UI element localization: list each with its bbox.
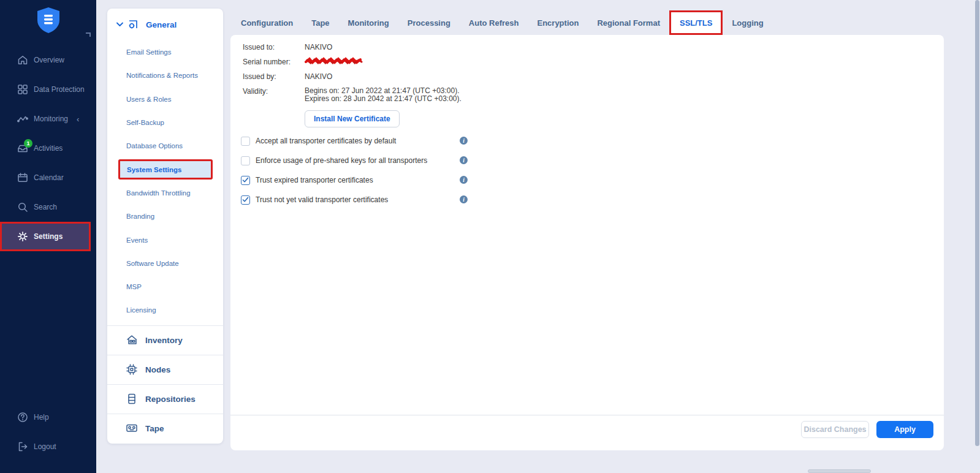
sidebar-item-label: Activities (34, 144, 63, 153)
logout-icon (17, 441, 28, 452)
validity-label: Validity: (243, 87, 305, 103)
settings-section-label: General (146, 20, 177, 29)
tab-configuration[interactable]: Configuration (230, 18, 302, 28)
tab-monitoring[interactable]: Monitoring (339, 18, 398, 28)
settings-section-label: Inventory (145, 336, 183, 345)
settings-nav-item-label: Notifications & Reports (126, 72, 198, 79)
nakivo-settings-page: { "colors": { "accent_blue": "#1565d8", … (0, 0, 980, 473)
panel-footer: Discard Changes Apply (230, 415, 944, 438)
gear-icon (17, 231, 28, 242)
settings-nav-item-licensing[interactable]: Licensing (107, 298, 223, 322)
tab-regional-format[interactable]: Regional Format (588, 18, 669, 28)
help-icon (17, 412, 28, 423)
sidebar-item-data-protection[interactable]: Data Protection (0, 75, 96, 104)
settings-tab-bar: ConfigurationTapeMonitoringProcessingAut… (230, 10, 773, 35)
inbox-icon: 1 (17, 143, 28, 154)
option-row-1: Accept all transporter certificates by d… (241, 136, 396, 146)
info-icon[interactable]: i (460, 137, 468, 145)
search-icon (17, 202, 28, 213)
option-label: Enforce usage of pre-shared keys for all… (256, 156, 427, 165)
issued-to-label: Issued to: (243, 43, 305, 51)
settings-section-general[interactable]: General (107, 9, 223, 40)
sidebar-item-help[interactable]: Help (0, 403, 96, 432)
activities-count-badge: 1 (24, 139, 32, 148)
sidebar-item-search[interactable]: Search (0, 192, 96, 222)
settings-nav-item-label: Database Options (126, 142, 183, 149)
settings-section-repositories[interactable]: Repositories (107, 384, 223, 414)
vertical-scrollbar[interactable] (975, 0, 979, 446)
checkbox-checked[interactable] (241, 176, 250, 185)
cert-serial-row: Serial number: (243, 58, 363, 70)
settings-nav-item-label: Email Settings (126, 48, 172, 56)
sidebar-item-activities[interactable]: 1Activities (0, 134, 96, 163)
checkbox-checked[interactable] (241, 195, 250, 205)
info-icon[interactable]: i (460, 176, 468, 184)
validity-expires-line: Expires on: 28 Jun 2042 at 21:47 (UTC +0… (305, 95, 462, 103)
apply-button[interactable]: Apply (876, 421, 933, 438)
sidebar-item-overview[interactable]: Overview (0, 45, 96, 75)
settings-nav-item-system-settings[interactable]: System Settings (107, 157, 223, 181)
option-label: Accept all transporter certificates by d… (256, 137, 396, 145)
settings-nav-item-label: Events (126, 236, 148, 244)
horizontal-scrollbar[interactable] (808, 469, 871, 473)
settings-section-tape[interactable]: Tape (107, 414, 223, 443)
tab-encryption[interactable]: Encryption (528, 18, 588, 28)
option-label: Trust expired transporter certificates (256, 176, 373, 184)
settings-nav-item-users-roles[interactable]: Users & Roles (107, 88, 223, 111)
sidebar-item-label: Logout (34, 442, 56, 451)
tab-auto-refresh[interactable]: Auto Refresh (460, 18, 528, 28)
app-logo[interactable] (0, 7, 96, 33)
settings-section-nodes[interactable]: Nodes (107, 355, 223, 384)
settings-nav-item-branding[interactable]: Branding (107, 205, 223, 228)
sidebar-item-label: Calendar (34, 173, 64, 182)
sidebar-nav: OverviewData ProtectionMonitoring‹1Activ… (0, 45, 96, 251)
tab-logging[interactable]: Logging (723, 18, 772, 28)
info-icon[interactable]: i (460, 195, 468, 203)
general-subitems: Email SettingsNotifications & ReportsUse… (107, 40, 223, 322)
sidebar-item-calendar[interactable]: Calendar (0, 163, 96, 192)
calendar-icon (17, 172, 28, 183)
option-row-3: Trust expired transporter certificates (241, 175, 373, 185)
settings-nav-item-events[interactable]: Events (107, 228, 223, 251)
tab-tape[interactable]: Tape (302, 18, 338, 28)
checkbox-unchecked[interactable] (241, 137, 250, 146)
tape-icon (126, 422, 138, 434)
general-icon (127, 19, 139, 31)
settings-nav-card: General Email SettingsNotifications & Re… (107, 9, 223, 444)
collapse-corner-icon[interactable] (86, 32, 91, 37)
sidebar-footer-nav: HelpLogout (0, 403, 96, 461)
chevron-left-icon[interactable]: ‹ (77, 115, 79, 124)
settings-nav-item-bandwidth-throttling[interactable]: Bandwidth Throttling (107, 181, 223, 205)
tab-ssl-tls[interactable]: SSL/TLS (669, 10, 723, 35)
tab-processing[interactable]: Processing (398, 18, 460, 28)
settings-nav-item-notifications-reports[interactable]: Notifications & Reports (107, 64, 223, 87)
issued-to-value: NAKIVO (305, 43, 332, 51)
sidebar-item-settings[interactable]: Settings (0, 222, 91, 251)
settings-nav-item-label: Licensing (126, 306, 156, 314)
nodes-icon (126, 363, 138, 376)
settings-nav-item-label: Branding (126, 213, 154, 220)
sidebar-item-monitoring[interactable]: Monitoring‹ (0, 104, 96, 134)
settings-nav-item-database-options[interactable]: Database Options (107, 134, 223, 157)
settings-nav-item-label: Self-Backup (126, 119, 164, 126)
settings-nav-item-self-backup[interactable]: Self-Backup (107, 111, 223, 134)
sidebar-item-label: Monitoring (34, 115, 68, 123)
checkbox-unchecked[interactable] (241, 156, 250, 165)
settings-section-label: Repositories (145, 395, 196, 404)
settings-nav-item-msp[interactable]: MSP (107, 275, 223, 298)
issued-by-value: NAKIVO (305, 72, 332, 81)
discard-changes-button[interactable]: Discard Changes (801, 421, 869, 438)
settings-nav-item-software-update[interactable]: Software Update (107, 252, 223, 275)
option-label: Trust not yet valid transporter certific… (256, 195, 388, 204)
info-icon[interactable]: i (460, 156, 468, 164)
sidebar-item-logout[interactable]: Logout (0, 432, 96, 461)
ssl-tls-panel: Issued to: NAKIVO Serial number: Issued … (230, 35, 944, 450)
install-new-certificate-button[interactable]: Install New Certificate (305, 110, 400, 127)
repositories-icon (126, 393, 138, 405)
pulse-icon (17, 113, 28, 124)
settings-section-inventory[interactable]: Inventory (107, 325, 223, 355)
settings-nav-item-email-settings[interactable]: Email Settings (107, 40, 223, 64)
sidebar-item-label: Data Protection (34, 85, 85, 94)
cert-validity-row: Validity: Begins on: 27 Jun 2022 at 21:4… (243, 87, 462, 103)
sidebar-item-label: Settings (34, 232, 63, 241)
